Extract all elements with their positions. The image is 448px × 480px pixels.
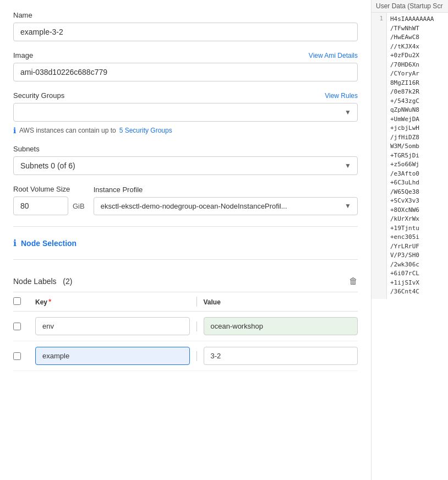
root-volume-group: Root Volume Size GiB bbox=[13, 185, 85, 215]
image-input[interactable] bbox=[13, 63, 358, 81]
subnets-label: Subnets bbox=[13, 145, 358, 153]
name-group: Name bbox=[13, 11, 358, 41]
info-icon: ℹ bbox=[13, 126, 16, 135]
node-labels-title: Node Labels (2) bbox=[13, 277, 72, 286]
row2-key-input[interactable] bbox=[35, 347, 190, 365]
row2-checkbox-col bbox=[13, 352, 35, 360]
table-row bbox=[13, 312, 358, 341]
key-header-label: Key bbox=[35, 298, 47, 306]
left-panel: Name Image View Ami Details Security Gro… bbox=[0, 0, 371, 480]
code-panel-content: 1 bbox=[371, 13, 448, 299]
row1-key-col bbox=[35, 317, 196, 335]
security-groups-select-wrapper: ▼ bbox=[13, 103, 358, 122]
row2-value-col bbox=[204, 347, 358, 365]
node-selection-header: ℹ Node Selection bbox=[13, 238, 358, 248]
node-selection-info-icon: ℹ bbox=[13, 238, 17, 248]
main-container: Name Image View Ami Details Security Gro… bbox=[0, 0, 448, 480]
subnets-select-wrapper: Subnets 0 (of 6) ▼ bbox=[13, 156, 358, 175]
value-header-label: Value bbox=[204, 298, 221, 306]
root-volume-label: Root Volume Size bbox=[13, 185, 85, 193]
root-volume-input[interactable] bbox=[13, 197, 68, 215]
node-labels-header: Node Labels (2) 🗑 bbox=[13, 271, 358, 292]
row2-col-divider bbox=[196, 351, 197, 361]
user-data-header: User Data (Startup Scr bbox=[371, 0, 448, 13]
security-info-text: AWS instances can contain up to bbox=[19, 127, 116, 134]
row1-value-col bbox=[204, 317, 358, 335]
code-content: H4sIAAAAAAAA /TFwNhWT /HwEAwC8 //tKJX4x … bbox=[387, 13, 437, 299]
line-numbers: 1 bbox=[371, 13, 387, 299]
right-panel: User Data (Startup Scr 1 bbox=[371, 0, 448, 480]
row1-checkbox-col bbox=[13, 323, 35, 330]
node-labels-divider-top bbox=[13, 259, 358, 260]
security-groups-info: ℹ AWS instances can contain up to 5 Secu… bbox=[13, 126, 358, 135]
name-label: Name bbox=[13, 11, 358, 19]
required-star: * bbox=[48, 297, 51, 306]
select-all-checkbox[interactable] bbox=[13, 297, 21, 305]
table-row bbox=[13, 341, 358, 371]
table-col-divider bbox=[196, 297, 197, 307]
row2-checkbox[interactable] bbox=[13, 352, 21, 360]
instance-profile-label: Instance Profile bbox=[94, 186, 358, 194]
instance-profile-group: Instance Profile eksctl-eksctl-demo-node… bbox=[94, 186, 358, 215]
gib-label: GiB bbox=[73, 202, 85, 210]
view-rules-link[interactable]: View Rules bbox=[325, 92, 358, 100]
row2-value-input[interactable] bbox=[204, 347, 358, 365]
view-ami-details-link[interactable]: View Ami Details bbox=[309, 52, 358, 59]
security-groups-label: Security Groups bbox=[13, 91, 64, 100]
delete-node-labels-icon[interactable]: 🗑 bbox=[349, 276, 358, 286]
section-divider bbox=[13, 226, 358, 227]
row1-value-input[interactable] bbox=[204, 317, 358, 335]
row1-checkbox[interactable] bbox=[13, 323, 21, 330]
security-groups-group: Security Groups View Rules ▼ ℹ AWS insta… bbox=[13, 91, 358, 135]
security-groups-link[interactable]: 5 Security Groups bbox=[119, 127, 172, 134]
header-key-col: Key* bbox=[35, 297, 196, 306]
table-header-row: Key* Value bbox=[13, 292, 358, 312]
row1-col-divider bbox=[196, 321, 197, 331]
image-label: Image bbox=[13, 51, 33, 59]
header-value-col: Value bbox=[204, 297, 358, 306]
header-checkbox-col bbox=[13, 297, 35, 307]
row1-key-input[interactable] bbox=[35, 317, 190, 335]
image-group: Image View Ami Details bbox=[13, 51, 358, 81]
node-selection-title: Node Selection bbox=[21, 239, 77, 248]
row2-key-col bbox=[35, 347, 196, 365]
subnets-group: Subnets Subnets 0 (of 6) ▼ bbox=[13, 145, 358, 175]
root-volume-input-row: GiB bbox=[13, 197, 85, 215]
subnets-select[interactable]: Subnets 0 (of 6) bbox=[13, 156, 358, 175]
name-input[interactable] bbox=[13, 23, 358, 41]
instance-profile-select[interactable]: eksctl-eksctl-demo-nodegroup-ocean-NodeI… bbox=[94, 197, 358, 215]
volume-profile-row: Root Volume Size GiB Instance Profile ek… bbox=[13, 185, 358, 215]
instance-profile-select-wrapper: eksctl-eksctl-demo-nodegroup-ocean-NodeI… bbox=[94, 197, 358, 215]
security-groups-select[interactable] bbox=[13, 103, 358, 122]
